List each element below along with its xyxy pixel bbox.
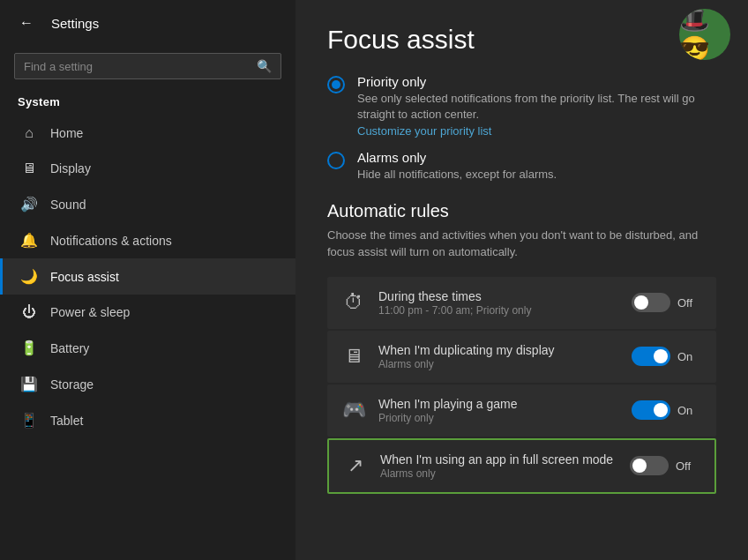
times-icon: ⏱	[341, 291, 366, 314]
storage-icon: 💾	[20, 376, 38, 392]
sidebar-item-focus[interactable]: 🌙 Focus assist	[0, 258, 295, 295]
sidebar-item-label: Power & sleep	[50, 305, 130, 319]
toggle-display[interactable]	[632, 347, 670, 366]
rule-text-times: During these times 11:00 pm - 7:00 am; P…	[378, 289, 619, 317]
toggle-label-fullscreen: Off	[676, 459, 700, 473]
toggle-label-game: On	[677, 404, 702, 417]
toggle-area-times: Off	[632, 293, 702, 312]
sidebar-item-label: Display	[50, 161, 91, 175]
sidebar-item-display[interactable]: 🖥 Display	[0, 151, 295, 186]
radio-circle-alarms	[327, 152, 345, 169]
radio-text-priority: Priority only See only selected notifica…	[357, 74, 716, 138]
rule-text-game: When I'm playing a game Priority only	[378, 397, 619, 424]
sidebar-item-power[interactable]: ⏻ Power & sleep	[0, 295, 295, 330]
sidebar-item-label: Focus assist	[50, 270, 119, 284]
display-icon: 🖥	[341, 345, 366, 368]
home-icon: ⌂	[20, 125, 38, 141]
notifications-icon: 🔔	[20, 232, 38, 249]
automatic-rules-title: Automatic rules	[327, 201, 716, 221]
sidebar: ← Settings 🔍 System ⌂ Home 🖥 Display 🔊 S…	[0, 0, 295, 560]
tablet-icon: 📱	[20, 412, 38, 429]
power-icon: ⏻	[20, 304, 38, 320]
radio-option-priority[interactable]: Priority only See only selected notifica…	[327, 74, 716, 138]
toggle-area-fullscreen: Off	[630, 456, 700, 475]
sidebar-item-notifications[interactable]: 🔔 Notifications & actions	[0, 222, 295, 258]
radio-options: Priority only See only selected notifica…	[327, 74, 716, 183]
priority-link[interactable]: Customize your priority list	[357, 124, 716, 138]
sidebar-item-tablet[interactable]: 📱 Tablet	[0, 402, 295, 438]
toggle-label-display: On	[677, 350, 702, 363]
back-button[interactable]: ←	[14, 11, 39, 35]
radio-desc-alarms: Hide all notifications, except for alarm…	[357, 167, 557, 183]
rule-name-display: When I'm duplicating my display	[378, 343, 619, 357]
rule-name-times: During these times	[378, 289, 619, 303]
automatic-rules-desc: Choose the times and activities when you…	[327, 227, 716, 261]
radio-circle-priority	[327, 76, 345, 93]
rule-sub-times: 11:00 pm - 7:00 am; Priority only	[378, 304, 619, 317]
rule-text-fullscreen: When I'm using an app in full screen mod…	[380, 452, 617, 480]
search-icon: 🔍	[257, 59, 272, 73]
display-icon: 🖥	[20, 161, 38, 176]
rule-fullscreen[interactable]: ↗ When I'm using an app in full screen m…	[327, 438, 716, 494]
rules-list: ⏱ During these times 11:00 pm - 7:00 am;…	[327, 277, 716, 494]
rule-text-display: When I'm duplicating my display Alarms o…	[378, 343, 619, 370]
sidebar-item-label: Sound	[50, 198, 86, 212]
sidebar-item-label: Home	[50, 126, 83, 140]
avatar: 🎩😎	[679, 9, 730, 60]
game-icon: 🎮	[341, 399, 366, 422]
radio-desc-priority: See only selected notifications from the…	[357, 91, 716, 123]
toggle-area-game: On	[632, 400, 702, 420]
main-content: 🎩😎 Focus assist Priority only See only s…	[295, 0, 748, 560]
radio-label-priority: Priority only	[357, 74, 716, 89]
rule-game[interactable]: 🎮 When I'm playing a game Priority only …	[327, 385, 716, 437]
rule-name-game: When I'm playing a game	[378, 397, 619, 411]
sidebar-item-label: Storage	[50, 377, 94, 392]
search-box[interactable]: 🔍	[14, 53, 281, 79]
sidebar-item-sound[interactable]: 🔊 Sound	[0, 186, 295, 222]
toggle-times[interactable]	[632, 293, 670, 312]
fullscreen-icon: ↗	[343, 454, 368, 477]
rule-sub-game: Priority only	[378, 412, 619, 424]
toggle-fullscreen[interactable]	[630, 456, 669, 475]
search-input[interactable]	[24, 60, 250, 73]
rule-sub-fullscreen: Alarms only	[380, 467, 617, 480]
page-title: Focus assist	[327, 25, 716, 55]
nav-list: ⌂ Home 🖥 Display 🔊 Sound 🔔 Notifications…	[0, 116, 295, 438]
sidebar-item-label: Tablet	[50, 414, 83, 428]
sound-icon: 🔊	[20, 196, 38, 213]
sidebar-item-label: Notifications & actions	[50, 234, 172, 248]
radio-text-alarms: Alarms only Hide all notifications, exce…	[357, 150, 557, 183]
focus-icon: 🌙	[20, 268, 38, 285]
app-title: Settings	[51, 16, 99, 31]
rule-sub-display: Alarms only	[378, 358, 619, 370]
rule-times[interactable]: ⏱ During these times 11:00 pm - 7:00 am;…	[327, 277, 716, 329]
sidebar-item-battery[interactable]: 🔋 Battery	[0, 330, 295, 366]
rule-display[interactable]: 🖥 When I'm duplicating my display Alarms…	[327, 331, 716, 383]
search-area: 🔍	[0, 46, 295, 90]
toggle-area-display: On	[632, 347, 702, 366]
rule-name-fullscreen: When I'm using an app in full screen mod…	[380, 452, 617, 467]
toggle-label-times: Off	[677, 296, 702, 310]
battery-icon: 🔋	[20, 340, 38, 356]
toggle-game[interactable]	[632, 400, 670, 420]
sidebar-item-storage[interactable]: 💾 Storage	[0, 366, 295, 402]
sidebar-item-home[interactable]: ⌂ Home	[0, 116, 295, 151]
system-label: System	[0, 90, 295, 116]
titlebar: ← Settings	[0, 0, 295, 46]
radio-option-alarms[interactable]: Alarms only Hide all notifications, exce…	[327, 150, 716, 183]
sidebar-item-label: Battery	[50, 341, 89, 355]
radio-label-alarms: Alarms only	[357, 150, 557, 165]
